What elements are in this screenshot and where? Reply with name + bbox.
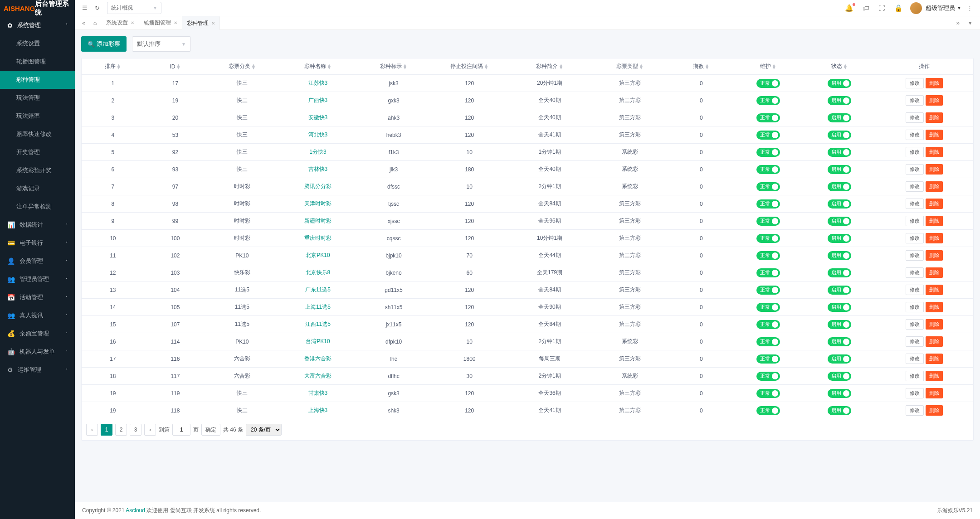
maintain-toggle[interactable]: 正常: [756, 406, 780, 415]
next-page-button[interactable]: ›: [144, 424, 156, 436]
cell-name[interactable]: 甘肃快3: [278, 385, 358, 402]
cell-name[interactable]: 腾讯分分彩: [278, 178, 358, 195]
sort-icon[interactable]: ▲▼: [772, 64, 776, 69]
status-toggle[interactable]: 启用: [828, 286, 851, 295]
maintain-toggle[interactable]: 正常: [756, 320, 780, 329]
edit-button[interactable]: 修改: [906, 354, 924, 364]
cell-name[interactable]: 台湾PK10: [278, 333, 358, 350]
cell-name[interactable]: 1分快3: [278, 144, 358, 161]
cell-name[interactable]: 北京PK10: [278, 247, 358, 264]
status-toggle[interactable]: 启用: [828, 320, 851, 329]
status-toggle[interactable]: 启用: [828, 234, 851, 243]
edit-button[interactable]: 修改: [906, 371, 924, 381]
edit-button[interactable]: 修改: [906, 250, 924, 261]
sidebar-group[interactable]: 👥真人视讯˅: [0, 306, 75, 325]
delete-button[interactable]: 删除: [926, 181, 943, 192]
edit-button[interactable]: 修改: [906, 216, 924, 226]
add-lottery-button[interactable]: 🔍 添加彩票: [81, 36, 127, 52]
sidebar-item[interactable]: 注单异常检测: [0, 198, 75, 216]
column-header[interactable]: 状态▲▼: [804, 58, 875, 75]
sidebar-group[interactable]: 📊数据统计˅: [0, 216, 75, 234]
fullscreen-icon[interactable]: ⛶: [878, 4, 885, 12]
column-header[interactable]: 停止投注间隔▲▼: [429, 58, 510, 75]
bell-icon[interactable]: 🔔: [845, 4, 853, 12]
column-header[interactable]: ID▲▼: [144, 58, 207, 75]
tag-icon[interactable]: 🏷: [863, 4, 869, 12]
tab-prev-icon[interactable]: «: [78, 20, 89, 26]
column-header[interactable]: 维护▲▼: [732, 58, 804, 75]
delete-button[interactable]: 删除: [926, 405, 943, 416]
sort-icon[interactable]: ▲▼: [327, 64, 332, 69]
status-toggle[interactable]: 启用: [828, 182, 851, 191]
lock-icon[interactable]: 🔒: [894, 4, 903, 12]
sidebar-group[interactable]: 🤖机器人与发单˅: [0, 343, 75, 361]
close-icon[interactable]: ✕: [211, 21, 215, 26]
sort-icon[interactable]: ▲▼: [705, 64, 709, 69]
sidebar-group[interactable]: 👤会员管理˅: [0, 252, 75, 270]
maintain-toggle[interactable]: 正常: [756, 79, 780, 88]
column-header[interactable]: 彩种简介▲▼: [510, 58, 590, 75]
hamburger-icon[interactable]: ☰: [82, 5, 88, 11]
stats-dropdown[interactable]: 统计概况 ▼: [107, 2, 161, 14]
delete-button[interactable]: 删除: [926, 388, 943, 398]
footer-link[interactable]: Ascloud: [126, 507, 145, 514]
delete-button[interactable]: 删除: [926, 354, 943, 364]
column-header[interactable]: 期数▲▼: [670, 58, 733, 75]
sort-icon[interactable]: ▲▼: [559, 64, 563, 69]
delete-button[interactable]: 删除: [926, 319, 943, 330]
delete-button[interactable]: 删除: [926, 130, 943, 140]
status-toggle[interactable]: 启用: [828, 372, 851, 381]
edit-button[interactable]: 修改: [906, 95, 924, 106]
tab[interactable]: 系统设置✕: [102, 16, 139, 30]
cell-name[interactable]: 江西11选5: [278, 316, 358, 333]
cell-name[interactable]: 上海快3: [278, 402, 358, 419]
maintain-toggle[interactable]: 正常: [756, 165, 780, 174]
sidebar-item[interactable]: 开奖管理: [0, 143, 75, 161]
maintain-toggle[interactable]: 正常: [756, 96, 780, 105]
delete-button[interactable]: 删除: [926, 233, 943, 243]
delete-button[interactable]: 删除: [926, 78, 943, 88]
delete-button[interactable]: 删除: [926, 302, 943, 312]
close-icon[interactable]: ✕: [174, 20, 177, 25]
cell-name[interactable]: 广东11选5: [278, 281, 358, 299]
home-icon[interactable]: ⌂: [89, 19, 102, 26]
cell-name[interactable]: 安徽快3: [278, 109, 358, 126]
delete-button[interactable]: 删除: [926, 164, 943, 175]
sort-icon[interactable]: ▲▼: [639, 64, 644, 69]
delete-button[interactable]: 删除: [926, 336, 943, 347]
status-toggle[interactable]: 启用: [828, 389, 851, 398]
status-toggle[interactable]: 启用: [828, 217, 851, 226]
sidebar-item[interactable]: 轮播图管理: [0, 53, 75, 71]
delete-button[interactable]: 删除: [926, 199, 943, 209]
sidebar-item[interactable]: 系统彩预开奖: [0, 161, 75, 179]
sidebar-item[interactable]: 玩法赔率: [0, 107, 75, 125]
maintain-toggle[interactable]: 正常: [756, 217, 780, 226]
sort-icon[interactable]: ▲▼: [484, 64, 488, 69]
avatar[interactable]: [910, 2, 922, 14]
maintain-toggle[interactable]: 正常: [756, 234, 780, 243]
cell-name[interactable]: 河北快3: [278, 126, 358, 144]
cell-name[interactable]: 北京快乐8: [278, 264, 358, 281]
cell-name[interactable]: 江苏快3: [278, 75, 358, 92]
column-header[interactable]: 彩票类型▲▼: [590, 58, 670, 75]
refresh-icon[interactable]: ↻: [95, 5, 100, 11]
sidebar-item[interactable]: 玩法管理: [0, 89, 75, 107]
maintain-toggle[interactable]: 正常: [756, 131, 780, 140]
status-toggle[interactable]: 启用: [828, 165, 851, 174]
delete-button[interactable]: 删除: [926, 267, 943, 278]
column-header[interactable]: 彩票分类▲▼: [206, 58, 278, 75]
maintain-toggle[interactable]: 正常: [756, 268, 780, 277]
status-toggle[interactable]: 启用: [828, 406, 851, 415]
cell-name[interactable]: 重庆时时彩: [278, 230, 358, 247]
edit-button[interactable]: 修改: [906, 336, 924, 347]
cell-name[interactable]: 香港六合彩: [278, 350, 358, 368]
delete-button[interactable]: 删除: [926, 147, 943, 157]
user-menu[interactable]: 超级管理员 ▼: [926, 4, 961, 12]
maintain-toggle[interactable]: 正常: [756, 389, 780, 398]
status-toggle[interactable]: 启用: [828, 199, 851, 209]
status-toggle[interactable]: 启用: [828, 303, 851, 312]
sidebar-group[interactable]: 💳电子银行˅: [0, 234, 75, 252]
cell-name[interactable]: 吉林快3: [278, 161, 358, 178]
edit-button[interactable]: 修改: [906, 130, 924, 140]
sidebar-group[interactable]: 👥管理员管理˅: [0, 270, 75, 288]
